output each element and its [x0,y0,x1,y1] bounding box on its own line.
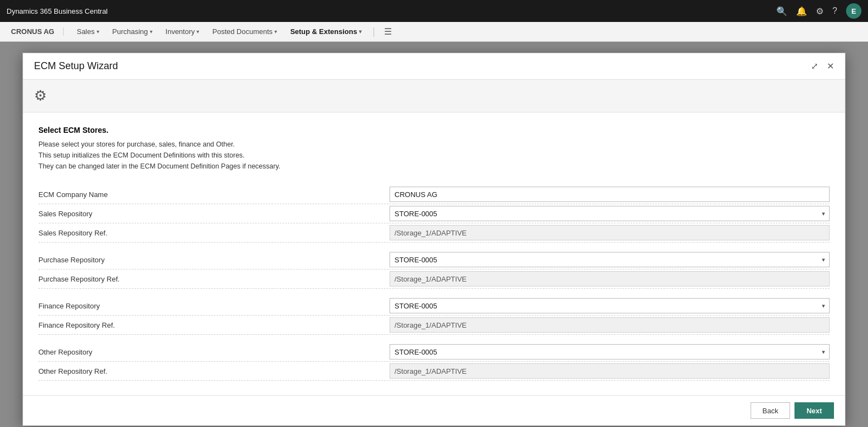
nav-item-setup-extensions[interactable]: Setup & Extensions ▾ [284,22,368,42]
label-purchase-repository: Purchase Repository [38,252,390,267]
form-row-ecm-company-name: ECM Company Name [38,185,830,204]
control-other-repository-ref [390,362,830,380]
avatar[interactable]: E [846,3,861,19]
label-other-repository: Other Repository [38,345,390,359]
select-wrap-sales-repository: STORE-0005 STORE-0001 STORE-0002 STORE-0… [390,206,830,221]
input-finance-repository-ref [390,317,830,333]
wizard-gear-icon: ⚙ [34,87,47,104]
label-sales-repository-ref: Sales Repository Ref. [38,226,390,240]
form-row-purchase-repository: Purchase Repository STORE-0005 STORE-000… [38,250,830,269]
hamburger-icon[interactable]: ☰ [384,26,392,37]
form-row-other-repository-ref: Other Repository Ref. [38,362,830,381]
close-button[interactable]: ✕ [825,59,836,74]
top-bar: Dynamics 365 Business Central 🔍 🔔 ⚙ ? E [0,0,868,22]
nav-item-sales[interactable]: Sales ▾ [70,22,106,42]
nav-item-purchasing[interactable]: Purchasing ▾ [106,22,159,42]
wizard-banner: ⚙ [23,80,845,113]
chevron-down-icon: ▾ [274,29,277,35]
back-button[interactable]: Back [751,402,790,419]
input-ecm-company-name[interactable] [390,187,830,202]
modal-title: ECM Setup Wizard [34,60,118,72]
company-name: CRONUS AG [11,27,64,36]
bell-icon[interactable]: 🔔 [796,6,807,16]
nav-label-posted-documents: Posted Documents [212,27,273,36]
select-purchase-repository[interactable]: STORE-0005 STORE-0001 STORE-0002 STORE-0… [390,252,830,267]
page-background: ECM Setup Wizard ⤢ ✕ ⚙ Select ECM Stores… [0,42,868,427]
modal-footer: Back Next [23,395,845,425]
ecm-setup-wizard-modal: ECM Setup Wizard ⤢ ✕ ⚙ Select ECM Stores… [22,53,846,426]
form-row-other-repository: Other Repository STORE-0005 STORE-0001 S… [38,342,830,362]
nav-label-setup-extensions: Setup & Extensions [290,27,357,36]
select-wrap-other-repository: STORE-0005 STORE-0001 STORE-0002 STORE-0… [390,344,830,359]
help-icon[interactable]: ? [832,6,837,16]
control-sales-repository-ref [390,223,830,242]
spacer-1 [38,243,830,250]
desc-line-3: They can be changed later in the ECM Doc… [38,162,280,170]
chevron-down-icon: ▾ [97,29,99,35]
form-row-finance-repository: Finance Repository STORE-0005 STORE-0001… [38,296,830,316]
nav-separator: | [373,26,375,37]
form-row-sales-repository: Sales Repository STORE-0005 STORE-0001 S… [38,204,830,223]
label-finance-repository-ref: Finance Repository Ref. [38,318,390,333]
nav-bar: CRONUS AG Sales ▾ Purchasing ▾ Inventory… [0,22,868,42]
restore-button[interactable]: ⤢ [809,59,820,74]
label-finance-repository: Finance Repository [38,299,390,313]
form-row-finance-repository-ref: Finance Repository Ref. [38,316,830,335]
modal-header-icons: ⤢ ✕ [809,59,836,74]
select-wrap-finance-repository: STORE-0005 STORE-0001 STORE-0002 STORE-0… [390,298,830,313]
input-purchase-repository-ref [390,271,830,286]
chevron-down-icon: ▾ [196,29,199,35]
next-button[interactable]: Next [794,402,834,419]
control-finance-repository-ref [390,316,830,334]
control-finance-repository: STORE-0005 STORE-0001 STORE-0002 STORE-0… [390,296,830,315]
control-purchase-repository-ref [390,269,830,288]
input-sales-repository-ref [390,225,830,240]
label-sales-repository: Sales Repository [38,206,390,221]
modal-header: ECM Setup Wizard ⤢ ✕ [23,53,845,80]
label-ecm-company-name: ECM Company Name [38,187,390,202]
select-finance-repository[interactable]: STORE-0005 STORE-0001 STORE-0002 STORE-0… [390,298,830,313]
label-purchase-repository-ref: Purchase Repository Ref. [38,272,390,286]
select-sales-repository[interactable]: STORE-0005 STORE-0001 STORE-0002 STORE-0… [390,206,830,221]
nav-label-inventory: Inventory [166,27,195,36]
desc-line-2: This setup initializes the ECM Document … [38,151,245,159]
section-description: Please select your stores for purchase, … [38,139,830,172]
control-purchase-repository: STORE-0005 STORE-0001 STORE-0002 STORE-0… [390,250,830,269]
control-other-repository: STORE-0005 STORE-0001 STORE-0002 STORE-0… [390,342,830,361]
control-ecm-company-name [390,185,830,204]
select-wrap-purchase-repository: STORE-0005 STORE-0001 STORE-0002 STORE-0… [390,252,830,267]
label-other-repository-ref: Other Repository Ref. [38,364,390,379]
nav-item-inventory[interactable]: Inventory ▾ [159,22,206,42]
nav-label-sales: Sales [77,27,95,36]
chevron-down-icon: ▾ [359,29,362,35]
gear-icon[interactable]: ⚙ [816,6,824,16]
app-title: Dynamics 365 Business Central [7,7,108,15]
form-row-purchase-repository-ref: Purchase Repository Ref. [38,269,830,289]
spacer-2 [38,289,830,296]
spacer-3 [38,335,830,342]
wizard-content: Select ECM Stores. Please select your st… [23,113,845,395]
input-other-repository-ref [390,363,830,379]
select-other-repository[interactable]: STORE-0005 STORE-0001 STORE-0002 STORE-0… [390,344,830,359]
chevron-down-icon: ▾ [150,29,153,35]
desc-line-1: Please select your stores for purchase, … [38,141,235,148]
section-title: Select ECM Stores. [38,126,830,134]
form-row-sales-repository-ref: Sales Repository Ref. [38,223,830,243]
nav-item-posted-documents[interactable]: Posted Documents ▾ [206,22,284,42]
search-icon[interactable]: 🔍 [776,6,787,16]
control-sales-repository: STORE-0005 STORE-0001 STORE-0002 STORE-0… [390,204,830,223]
nav-label-purchasing: Purchasing [112,27,148,36]
top-bar-icons: 🔍 🔔 ⚙ ? E [776,3,861,19]
